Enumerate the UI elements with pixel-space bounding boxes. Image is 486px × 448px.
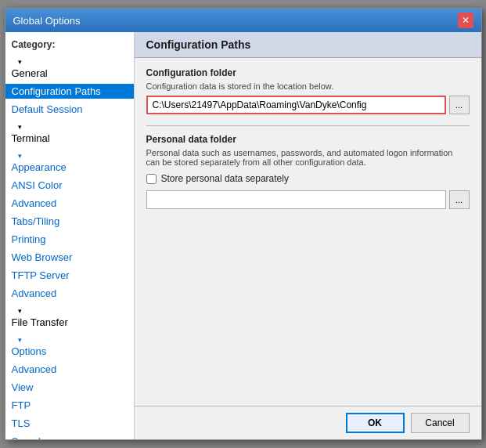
sidebar-item-advanced-terminal2[interactable]: Advanced — [5, 284, 134, 302]
sidebar-item-appearance[interactable]: ▾Appearance — [5, 147, 134, 176]
config-folder-label: Configuration folder — [146, 67, 470, 78]
sidebar-item-tftp-server[interactable]: TFTP Server — [5, 266, 134, 284]
personal-path-row: ... — [146, 190, 470, 209]
sidebar-item-advanced-ft[interactable]: Advanced — [5, 360, 134, 378]
category-label: Category: — [5, 36, 134, 53]
ok-button[interactable]: OK — [346, 413, 405, 433]
content-header: Configuration Paths — [135, 32, 481, 58]
sidebar-item-general[interactable]: ▾General — [5, 53, 134, 82]
footer: OK Cancel — [135, 406, 481, 439]
sidebar-item-advanced-terminal[interactable]: Advanced — [5, 194, 134, 212]
content-area: Configuration Paths Configuration folder… — [135, 32, 481, 439]
dialog-title: Global Options — [13, 15, 81, 27]
sidebar-item-tls[interactable]: TLS — [5, 414, 134, 432]
section-divider — [146, 125, 470, 126]
sidebar-item-default-session[interactable]: Default Session — [5, 100, 134, 118]
sidebar-item-view[interactable]: View — [5, 378, 134, 396]
store-separately-checkbox[interactable] — [146, 174, 157, 184]
sidebar-item-options[interactable]: ▾Options — [5, 331, 134, 360]
sidebar-item-ftp[interactable]: FTP — [5, 396, 134, 414]
personal-path-input[interactable] — [146, 190, 446, 209]
cancel-button[interactable]: Cancel — [411, 413, 470, 433]
config-browse-button[interactable]: ... — [449, 96, 470, 114]
global-options-dialog: Global Options ✕ Category: ▾General Conf… — [5, 8, 482, 440]
dialog-body: Category: ▾General Configuration Paths D… — [5, 32, 481, 439]
sidebar-item-ansi-color[interactable]: ANSI Color — [5, 176, 134, 194]
title-bar: Global Options ✕ — [5, 9, 481, 32]
sidebar-item-terminal[interactable]: ▾Terminal — [5, 118, 134, 147]
sidebar: Category: ▾General Configuration Paths D… — [5, 32, 135, 439]
personal-browse-button[interactable]: ... — [449, 190, 470, 209]
sidebar-item-tabs-tiling[interactable]: Tabs/Tiling — [5, 212, 134, 230]
personal-folder-label: Personal data folder — [146, 134, 470, 145]
close-button[interactable]: ✕ — [458, 13, 473, 28]
sidebar-item-web-browser[interactable]: Web Browser — [5, 248, 134, 266]
sidebar-item-file-transfer[interactable]: ▾File Transfer — [5, 302, 134, 331]
store-separately-row: Store personal data separately — [146, 173, 470, 184]
sidebar-item-configuration-paths[interactable]: Configuration Paths — [5, 82, 134, 100]
store-separately-label: Store personal data separately — [161, 173, 289, 184]
content-inner: Configuration folder Configuration data … — [135, 58, 481, 406]
personal-folder-desc: Personal data such as usernames, passwor… — [146, 148, 470, 167]
sidebar-item-printing[interactable]: Printing — [5, 230, 134, 248]
config-path-row: ... — [146, 96, 470, 114]
sidebar-item-sound[interactable]: Sound — [5, 432, 134, 439]
config-folder-desc: Configuration data is stored in the loca… — [146, 81, 470, 91]
config-path-input[interactable] — [146, 96, 446, 114]
